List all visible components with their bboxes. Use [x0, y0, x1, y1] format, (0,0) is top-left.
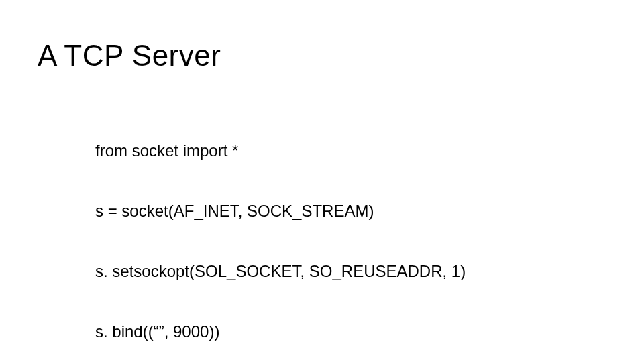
code-line: s. setsockopt(SOL_SOCKET, SO_REUSEADDR, …: [95, 261, 466, 282]
code-line: s = socket(AF_INET, SOCK_STREAM): [95, 201, 466, 221]
slide-title: A TCP Server: [38, 39, 221, 72]
code-line: s. bind((“”, 9000)): [95, 322, 466, 342]
slide: A TCP Server from socket import * s = so…: [0, 0, 644, 362]
code-block: from socket import * s = socket(AF_INET,…: [95, 101, 466, 362]
code-line: from socket import *: [95, 141, 466, 161]
